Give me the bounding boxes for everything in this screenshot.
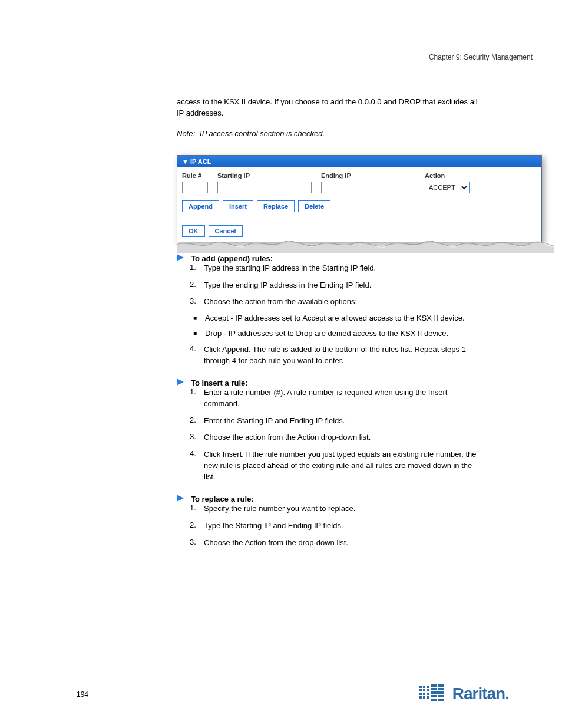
step-text: Enter the Starting IP and Ending IP fiel…: [204, 416, 483, 427]
step-text: Type the ending IP address in the Ending…: [204, 280, 483, 291]
page-number: 194: [77, 690, 88, 699]
svg-marker-0: [177, 254, 184, 261]
step-number: 4.: [190, 344, 198, 367]
divider: [177, 143, 483, 143]
ending-ip-input[interactable]: [321, 182, 415, 193]
step-text: Type the starting IP address in the Star…: [204, 263, 483, 274]
svg-rect-5: [427, 686, 429, 688]
svg-rect-12: [419, 696, 422, 699]
cancel-button[interactable]: Cancel: [209, 225, 243, 237]
bullet-icon: ■: [193, 314, 199, 323]
ok-button[interactable]: OK: [182, 225, 205, 237]
column-header-action: Action: [425, 172, 537, 179]
svg-rect-8: [427, 689, 429, 691]
step-number: 1.: [190, 387, 198, 410]
step-number: 3.: [190, 297, 198, 308]
note-label: Note:: [177, 129, 195, 138]
step-text: Choose the Action from the drop-down lis…: [204, 538, 483, 549]
svg-rect-18: [438, 688, 444, 690]
arrow-icon: [177, 378, 185, 387]
step-number: 4.: [190, 449, 198, 483]
step-number: 1.: [190, 263, 198, 274]
step-number: 2.: [190, 280, 198, 291]
column-header-rule: Rule #: [182, 172, 208, 179]
step-number: 3.: [190, 538, 198, 549]
step-text: Choose the action from the Action drop-d…: [204, 432, 483, 443]
svg-rect-7: [423, 689, 425, 691]
action-select[interactable]: ACCEPT: [425, 182, 470, 193]
svg-rect-3: [419, 686, 422, 688]
svg-rect-14: [427, 696, 429, 699]
svg-rect-22: [431, 699, 437, 701]
raritan-mark-icon: [419, 683, 445, 704]
replace-button[interactable]: Replace: [257, 200, 295, 212]
svg-marker-2: [177, 495, 184, 502]
svg-rect-17: [431, 688, 437, 690]
brand-logo: Raritan.: [419, 683, 509, 704]
step-text: Click Append. The rule is added to the b…: [204, 344, 483, 367]
divider: [177, 124, 483, 124]
step-number: 3.: [190, 432, 198, 443]
starting-ip-input[interactable]: [217, 182, 312, 193]
svg-rect-6: [419, 689, 422, 691]
section-title-insert: To insert a rule:: [191, 378, 248, 387]
step-text: Click Insert. If the rule number you jus…: [204, 449, 483, 483]
note-text: IP access control section is checked.: [200, 129, 483, 138]
step-text: Choose the action from the available opt…: [204, 297, 483, 308]
page-header: Chapter 9: Security Management: [77, 53, 533, 61]
column-header-starting-ip: Starting IP: [217, 172, 312, 179]
svg-rect-11: [427, 693, 429, 695]
arrow-icon: [177, 254, 185, 263]
svg-marker-1: [177, 378, 184, 386]
step-number: 1.: [190, 503, 198, 515]
section-title-replace: To replace a rule:: [191, 495, 254, 503]
svg-rect-15: [431, 684, 437, 687]
intro-paragraph: access to the KSX II device. If you choo…: [177, 97, 483, 119]
delete-button[interactable]: Delete: [298, 200, 330, 212]
arrow-icon: [177, 495, 185, 503]
svg-rect-10: [423, 693, 425, 695]
step-text: Type the Starting IP and Ending IP field…: [204, 521, 483, 532]
panel-title[interactable]: ▼ IP ACL: [177, 156, 541, 167]
step-text: Specify the rule number you want to repl…: [204, 503, 483, 515]
svg-rect-23: [438, 699, 444, 701]
bullet-text: Accept - IP addresses set to Accept are …: [205, 314, 465, 323]
svg-rect-21: [438, 695, 444, 697]
insert-button[interactable]: Insert: [223, 200, 253, 212]
column-header-ending-ip: Ending IP: [321, 172, 415, 179]
step-number: 2.: [190, 416, 198, 427]
bullet-text: Drop - IP addresses set to Drop are deni…: [205, 329, 448, 338]
svg-rect-19: [431, 691, 444, 694]
svg-rect-16: [438, 684, 444, 687]
svg-rect-20: [431, 695, 437, 697]
step-number: 2.: [190, 521, 198, 532]
rule-number-input[interactable]: [182, 182, 208, 193]
ip-acl-screenshot: ▼ IP ACL Rule # Starting IP Ending IP Ac…: [177, 155, 542, 242]
step-text: Enter a rule number (#). A rule number i…: [204, 387, 483, 410]
svg-rect-4: [423, 686, 425, 688]
section-title-append: To add (append) rules:: [191, 254, 273, 263]
append-button[interactable]: Append: [182, 200, 219, 212]
bullet-icon: ■: [193, 329, 199, 338]
svg-rect-9: [419, 693, 422, 695]
svg-rect-13: [423, 696, 425, 699]
brand-name: Raritan.: [452, 684, 509, 703]
